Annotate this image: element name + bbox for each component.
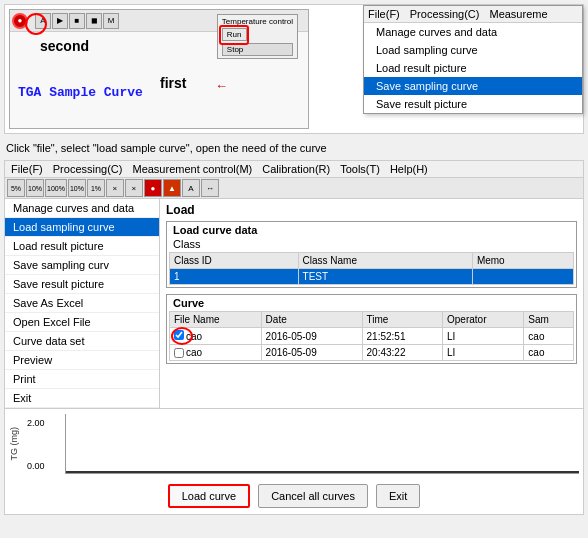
circle-indicator-run <box>219 25 249 45</box>
tb-icon-2[interactable]: ↔ <box>201 179 219 197</box>
curve-col-sam: Sam <box>524 312 574 328</box>
instruction-text: Click "file", select "load sample curve"… <box>0 138 588 158</box>
tb-100pct[interactable]: 100% <box>45 179 67 197</box>
app-menu-calibration[interactable]: Calibration(R) <box>258 162 334 176</box>
curve-operator-2: LI <box>443 345 524 361</box>
tb-1pct[interactable]: 1% <box>87 179 105 197</box>
toolbar-btn-2[interactable]: ▶ <box>52 13 68 29</box>
left-menu-preview[interactable]: Preview <box>5 351 159 370</box>
left-menu: Manage curves and data Load sampling cur… <box>5 199 160 408</box>
class-col-name: Class Name <box>298 253 472 269</box>
dialog-title: Load <box>166 203 577 217</box>
toolbar-btn-5[interactable]: M <box>103 13 119 29</box>
tb-x1[interactable]: × <box>106 179 124 197</box>
tb-10pct-2[interactable]: 10% <box>68 179 86 197</box>
class-col-memo: Memo <box>472 253 573 269</box>
menu-file[interactable]: File(F) <box>368 8 400 20</box>
curve-time-1: 21:52:51 <box>362 328 442 345</box>
app-toolbar: 5% 10% 100% 10% 1% × × ● ▲ A ↔ <box>5 178 583 199</box>
first-label: first <box>160 75 186 91</box>
tb-10pct-1[interactable]: 10% <box>26 179 44 197</box>
menu-manage-curves[interactable]: Manage curves and data <box>364 23 582 41</box>
load-curve-data-group: Load curve data Class Class ID Class Nam… <box>166 221 577 288</box>
left-menu-save-result[interactable]: Save result picture <box>5 275 159 294</box>
arrow-first: ← <box>215 78 228 93</box>
y-axis-label: TG (mg) <box>9 427 19 461</box>
curve-filename-1: cao <box>170 328 262 345</box>
top-section: ● A ▶ ■ ◼ M second TGA Sample Curve firs… <box>4 4 584 134</box>
menu-save-sampling[interactable]: Save sampling curve <box>364 77 582 95</box>
class-memo-cell <box>472 269 573 285</box>
curve-checkbox-1[interactable] <box>174 330 184 340</box>
class-col-id: Class ID <box>170 253 299 269</box>
curve-table: File Name Date Time Operator Sam <box>169 311 574 361</box>
class-name-cell: TEST <box>298 269 472 285</box>
load-curve-data-label: Load curve data <box>173 224 574 236</box>
menu-load-sampling[interactable]: Load sampling curve <box>364 41 582 59</box>
left-menu-load-sampling[interactable]: Load sampling curve <box>5 218 159 237</box>
curve-col-time: Time <box>362 312 442 328</box>
curve-table-row-1[interactable]: cao 2016-05-09 21:52:51 LI cao <box>170 328 574 345</box>
class-id-cell: 1 <box>170 269 299 285</box>
tb-red-1[interactable]: ● <box>144 179 162 197</box>
left-menu-curve-data[interactable]: Curve data set <box>5 332 159 351</box>
curve-date-2: 2016-05-09 <box>261 345 362 361</box>
tb-red-2[interactable]: ▲ <box>163 179 181 197</box>
load-dialog: Load Load curve data Class Class ID Clas… <box>160 199 583 408</box>
left-menu-print[interactable]: Print <box>5 370 159 389</box>
second-label: second <box>40 38 89 54</box>
left-menu-save-excel[interactable]: Save As Excel <box>5 294 159 313</box>
toolbar-btn-3[interactable]: ■ <box>69 13 85 29</box>
tga-label: TGA Sample Curve <box>18 85 143 100</box>
circle-indicator-1 <box>25 13 47 35</box>
left-menu-exit[interactable]: Exit <box>5 389 159 408</box>
menu-header-bar: File(F) Processing(C) Measureme <box>364 6 582 23</box>
cancel-all-button[interactable]: Cancel all curves <box>258 484 368 508</box>
bottom-chart: TG (mg) 2.00 0.00 <box>5 408 583 478</box>
y-tick-high: 2.00 <box>27 418 45 428</box>
y-tick-low: 0.00 <box>27 461 45 471</box>
app-menu-measurement[interactable]: Measurement control(M) <box>128 162 256 176</box>
curve-col-operator: Operator <box>443 312 524 328</box>
left-menu-load-result[interactable]: Load result picture <box>5 237 159 256</box>
curve-sam-1: cao <box>524 328 574 345</box>
class-table: Class ID Class Name Memo 1 TEST <box>169 252 574 285</box>
curve-sam-2: cao <box>524 345 574 361</box>
curve-col-filename: File Name <box>170 312 262 328</box>
curve-col-date: Date <box>261 312 362 328</box>
tb-5pct[interactable]: 5% <box>7 179 25 197</box>
app-menu-file[interactable]: File(F) <box>7 162 47 176</box>
app-menu-processing[interactable]: Processing(C) <box>49 162 127 176</box>
load-curve-button[interactable]: Load curve <box>168 484 250 508</box>
content-area: Manage curves and data Load sampling cur… <box>5 199 583 408</box>
menu-load-result[interactable]: Load result picture <box>364 59 582 77</box>
chart-baseline <box>66 471 579 473</box>
left-menu-open-excel[interactable]: Open Excel File <box>5 313 159 332</box>
app-menu-tools[interactable]: Tools(T) <box>336 162 384 176</box>
curve-label: Curve <box>173 297 574 309</box>
curve-operator-1: LI <box>443 328 524 345</box>
curve-date-1: 2016-05-09 <box>261 328 362 345</box>
exit-button[interactable]: Exit <box>376 484 420 508</box>
left-menu-manage[interactable]: Manage curves and data <box>5 199 159 218</box>
curve-table-row-2[interactable]: cao 2016-05-09 20:43:22 LI cao <box>170 345 574 361</box>
menu-processing[interactable]: Processing(C) <box>410 8 480 20</box>
menu-measurement[interactable]: Measureme <box>489 8 547 20</box>
toolbar-btn-4[interactable]: ◼ <box>86 13 102 29</box>
temp-control-box: Temperature control Run Stop <box>217 14 298 59</box>
curve-checkbox-2[interactable] <box>174 348 184 358</box>
curve-time-2: 20:43:22 <box>362 345 442 361</box>
curve-group: Curve File Name Date Time Operator Sam <box>166 294 577 364</box>
tb-x2[interactable]: × <box>125 179 143 197</box>
file-dropdown-menu: File(F) Processing(C) Measureme Manage c… <box>363 5 583 114</box>
left-menu-save-sampling[interactable]: Save sampling curv <box>5 256 159 275</box>
main-app-section: File(F) Processing(C) Measurement contro… <box>4 160 584 515</box>
menu-save-result[interactable]: Save result picture <box>364 95 582 113</box>
action-buttons-bar: Load curve Cancel all curves Exit <box>5 478 583 514</box>
chart-area <box>65 414 579 474</box>
tb-icon-1[interactable]: A <box>182 179 200 197</box>
app-menubar: File(F) Processing(C) Measurement contro… <box>5 161 583 178</box>
class-table-row[interactable]: 1 TEST <box>170 269 574 285</box>
app-menu-help[interactable]: Help(H) <box>386 162 432 176</box>
class-label: Class <box>173 238 574 250</box>
